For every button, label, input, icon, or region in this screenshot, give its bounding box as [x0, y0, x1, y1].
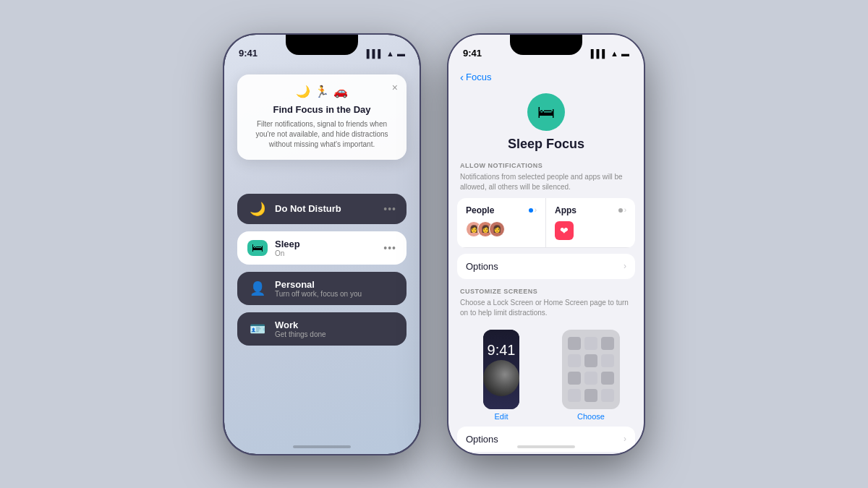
allow-notifications-label: ALLOW NOTIFICATIONS [448, 162, 644, 172]
allow-notifications-desc: Notifications from selected people and a… [448, 172, 644, 198]
apps-chevron-icon: › [624, 206, 626, 214]
battery-icon-2: ▬ [621, 49, 629, 58]
options-chevron-icon: › [624, 261, 626, 271]
focus-item-dnd-text: Do Not Disturb [275, 203, 376, 214]
home-screen-col: Choose [550, 330, 632, 421]
options-label: Options [466, 261, 498, 272]
choose-label[interactable]: Choose [577, 412, 605, 421]
app-row-2 [568, 354, 614, 367]
phone1-screen: 9:41 ▌▌▌ ▲ ▬ 🌙 🏃 🚗 × Find Focus in the D… [224, 35, 420, 454]
app-row-3 [568, 372, 614, 385]
work-focus-icon: 🪪 [247, 321, 268, 337]
apps-indicators: › [618, 206, 626, 214]
focus-item-personal[interactable]: 👤 Personal Turn off work, focus on you [237, 272, 407, 305]
home-screen-preview[interactable] [562, 330, 620, 409]
avatar-3: 👩 [489, 221, 505, 237]
focus-list: 🌙 Do Not Disturb ••• 🛏 Sleep On ••• 👤 [237, 194, 407, 346]
personal-focus-icon: 👤 [247, 281, 268, 296]
allow-grid: People › 👩 👩 👩 [457, 198, 635, 248]
people-dot-indicator [529, 208, 533, 213]
app-dot-9 [601, 372, 614, 385]
app-row-1 [568, 337, 614, 350]
people-avatars: 👩 👩 👩 [466, 221, 537, 237]
allow-notifications-section: ALLOW NOTIFICATIONS Notifications from s… [448, 162, 644, 279]
sleep-focus-header: 🛏 Sleep Focus [448, 86, 644, 162]
focus-sleep-name: Sleep [275, 239, 376, 249]
app-dot-6 [601, 354, 614, 367]
app-dot-3 [601, 337, 614, 350]
back-chevron-icon: ‹ [460, 71, 464, 83]
sleep-icon-circle: 🛏 [527, 93, 565, 131]
signal-icon: ▌▌▌ [367, 49, 383, 58]
focus-card: 🌙 🏃 🚗 × Find Focus in the Day Filter not… [237, 74, 407, 160]
customize-desc: Choose a Lock Screen or Home Screen page… [448, 298, 644, 324]
focus-dnd-dots[interactable]: ••• [383, 203, 396, 215]
focus-card-close[interactable]: × [392, 82, 398, 93]
focus-sleep-dots[interactable]: ••• [383, 242, 396, 254]
focus-personal-sub: Turn off work, focus on you [275, 290, 396, 298]
focus-dnd-name: Do Not Disturb [275, 203, 376, 214]
people-cell-header: People › [466, 205, 537, 215]
app-dot-4 [568, 354, 581, 367]
lock-screen-col: 9:41 Edit [460, 330, 542, 421]
app-dot-2 [584, 337, 597, 350]
health-app-icon: ❤ [555, 221, 574, 240]
apps-dot-indicator [618, 208, 623, 213]
phone-2: 9:41 ▌▌▌ ▲ ▬ ‹ Focus 🛏 Sleep Focus ALLOW… [448, 35, 644, 454]
people-label: People [466, 205, 494, 215]
customize-label: CUSTOMIZE SCREENS [448, 288, 644, 298]
app-dot-5 [584, 354, 597, 367]
lock-screen-time: 9:41 [488, 343, 516, 357]
focus-work-sub: Get things done [275, 330, 396, 338]
app-dot-d1 [568, 389, 581, 402]
home-indicator [293, 445, 351, 448]
focus-work-name: Work [275, 320, 396, 330]
moon-wallpaper [483, 360, 519, 396]
status-time-1: 9:41 [239, 48, 258, 59]
sleep-focus-title: Sleep Focus [508, 137, 584, 152]
status-icons-2: ▌▌▌ ▲ ▬ [591, 49, 629, 58]
notch [286, 35, 358, 55]
people-chevron-icon: › [535, 206, 537, 214]
bottom-options-label: Options [466, 434, 498, 445]
focus-sleep-sub: On [275, 249, 376, 257]
phone2-screen: 9:41 ▌▌▌ ▲ ▬ ‹ Focus 🛏 Sleep Focus ALLOW… [448, 35, 644, 454]
signal-icon-2: ▌▌▌ [591, 49, 608, 58]
status-time-2: 9:41 [463, 48, 482, 59]
lock-screen-preview[interactable]: 9:41 [483, 330, 519, 409]
people-indicators: › [529, 206, 537, 214]
options-row[interactable]: Options › [457, 254, 635, 279]
focus-item-do-not-disturb[interactable]: 🌙 Do Not Disturb ••• [237, 194, 407, 224]
car-icon: 🚗 [333, 85, 348, 98]
moon-focus-icon: 🌙 [247, 201, 268, 217]
moon-icon: 🌙 [296, 85, 310, 98]
app-dot-1 [568, 337, 581, 350]
focus-personal-name: Personal [275, 279, 396, 290]
focus-item-personal-text: Personal Turn off work, focus on you [275, 279, 396, 298]
app-dot-7 [568, 372, 581, 385]
people-cell[interactable]: People › 👩 👩 👩 [457, 198, 546, 248]
status-icons-1: ▌▌▌ ▲ ▬ [367, 49, 405, 58]
sleep-focus-icon: 🛏 [247, 240, 268, 256]
focus-item-sleep[interactable]: 🛏 Sleep On ••• [237, 231, 407, 265]
apps-cell[interactable]: Apps › ❤ [546, 198, 635, 248]
focus-item-work-text: Work Get things done [275, 320, 396, 338]
app-dot-d2 [584, 389, 597, 402]
settings-screen: ‹ Focus 🛏 Sleep Focus ALLOW NOTIFICATION… [448, 67, 644, 454]
app-dot-d3 [601, 389, 614, 402]
lock-screen-inner: 9:41 [483, 330, 519, 409]
wifi-icon: ▲ [386, 49, 394, 58]
bottom-options-chevron-icon: › [624, 434, 626, 444]
app-row-dock [568, 389, 614, 402]
apps-label: Apps [555, 205, 576, 215]
wifi-icon-2: ▲ [610, 49, 618, 58]
home-indicator-2 [517, 445, 575, 448]
battery-icon: ▬ [397, 49, 405, 58]
app-dot-8 [584, 372, 597, 385]
back-button[interactable]: ‹ Focus [448, 67, 644, 86]
customize-grid: 9:41 Edit [460, 330, 632, 421]
focus-item-work[interactable]: 🪪 Work Get things done [237, 312, 407, 346]
phone-1: 9:41 ▌▌▌ ▲ ▬ 🌙 🏃 🚗 × Find Focus in the D… [224, 35, 420, 454]
edit-label[interactable]: Edit [495, 412, 509, 421]
customize-screens-section: CUSTOMIZE SCREENS Choose a Lock Screen o… [448, 288, 644, 452]
